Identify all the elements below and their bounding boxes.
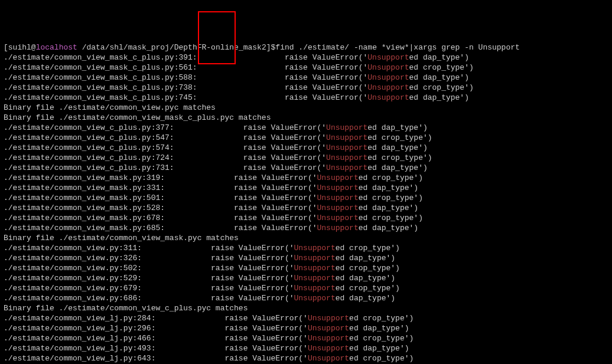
grep-result-line: ./estimate/common_view_mask.py:319: rais…	[4, 173, 608, 183]
match-highlight: Unsupport	[294, 274, 335, 283]
match-highlight: Unsupport	[326, 133, 367, 142]
match-highlight: Unsupport	[367, 73, 409, 82]
match-highlight: Unsupport	[326, 143, 367, 152]
match-highlight: Unsupport	[317, 194, 359, 202]
grep-result-line: ./estimate/common_view_mask.py:528: rais…	[4, 203, 608, 213]
match-highlight: Unsupport	[308, 354, 349, 363]
match-highlight: Unsupport	[308, 314, 349, 323]
grep-result-line: ./estimate/common_view.py:311: raise Val…	[4, 243, 608, 253]
grep-result-line: ./estimate/common_view_mask_c_plus.py:73…	[4, 83, 608, 93]
match-highlight: Unsupport	[317, 183, 359, 192]
match-highlight: Unsupport	[367, 93, 409, 102]
grep-result-line: ./estimate/common_view_c_plus.py:547: ra…	[4, 133, 608, 143]
grep-result-line: ./estimate/common_view_mask.py:678: rais…	[4, 213, 608, 223]
grep-result-line: ./estimate/common_view.py:679: raise Val…	[4, 283, 608, 293]
binary-file-notice: Binary file ./estimate/common_view_mask.…	[4, 233, 608, 243]
match-highlight: Unsupport	[367, 83, 409, 92]
grep-result-line: ./estimate/common_view_mask_c_plus.py:74…	[4, 93, 608, 103]
match-highlight: Unsupport	[294, 244, 335, 252]
grep-result-line: ./estimate/common_view.py:326: raise Val…	[4, 253, 608, 263]
match-highlight: Unsupport	[326, 123, 367, 132]
grep-result-line: ./estimate/common_view_mask.py:685: rais…	[4, 223, 608, 233]
grep-result-line: ./estimate/common_view_c_plus.py:731: ra…	[4, 163, 608, 173]
match-highlight: Unsupport	[294, 294, 335, 303]
grep-result-line: ./estimate/common_view_c_plus.py:574: ra…	[4, 143, 608, 153]
grep-result-line: ./estimate/common_view.py:686: raise Val…	[4, 293, 608, 303]
grep-result-line: ./estimate/common_view_mask_c_plus.py:58…	[4, 73, 608, 83]
match-highlight: Unsupport	[308, 324, 349, 333]
match-highlight: Unsupport	[317, 173, 359, 182]
match-highlight: Unsupport	[317, 214, 359, 222]
grep-result-line: ./estimate/common_view_lj.py:296: raise …	[4, 323, 608, 333]
grep-result-line: ./estimate/common_view_c_plus.py:377: ra…	[4, 123, 608, 133]
binary-file-notice: Binary file ./estimate/common_view.pyc m…	[4, 103, 608, 113]
shell-prompt[interactable]: [suihl@localhost /data/shl/mask_proj/Dep…	[4, 42, 608, 53]
match-highlight: Unsupport	[308, 344, 349, 353]
match-highlight: Unsupport	[294, 254, 335, 263]
match-highlight: Unsupport	[294, 284, 335, 293]
grep-result-line: ./estimate/common_view_lj.py:284: raise …	[4, 313, 608, 323]
grep-result-line: ./estimate/common_view.py:502: raise Val…	[4, 263, 608, 273]
binary-file-notice: Binary file ./estimate/common_view_c_plu…	[4, 303, 608, 313]
match-highlight: Unsupport	[317, 224, 359, 232]
terminal-output: [suihl@localhost /data/shl/mask_proj/Dep…	[4, 42, 608, 364]
grep-result-line: ./estimate/common_view_lj.py:493: raise …	[4, 343, 608, 353]
match-highlight: Unsupport	[367, 63, 409, 72]
match-highlight: Unsupport	[326, 153, 367, 162]
grep-result-line: ./estimate/common_view_c_plus.py:724: ra…	[4, 153, 608, 163]
binary-file-notice: Binary file ./estimate/common_view_mask_…	[4, 113, 608, 123]
match-highlight: Unsupport	[367, 53, 409, 62]
grep-result-line: ./estimate/common_view_mask_c_plus.py:56…	[4, 63, 608, 73]
grep-result-line: ./estimate/common_view_lj.py:466: raise …	[4, 333, 608, 343]
grep-result-line: ./estimate/common_view_mask_c_plus.py:39…	[4, 53, 608, 63]
grep-result-line: ./estimate/common_view_mask.py:331: rais…	[4, 183, 608, 193]
match-highlight: Unsupport	[326, 163, 367, 172]
grep-result-line: ./estimate/common_view_mask.py:501: rais…	[4, 193, 608, 203]
command-input[interactable]: find ./estimate/ -name *view*|xargs grep…	[275, 43, 519, 52]
match-highlight: Unsupport	[294, 264, 335, 273]
match-highlight: Unsupport	[308, 334, 349, 343]
match-highlight: Unsupport	[317, 204, 359, 212]
grep-result-line: ./estimate/common_view_lj.py:643: raise …	[4, 353, 608, 363]
grep-result-line: ./estimate/common_view.py:529: raise Val…	[4, 273, 608, 283]
